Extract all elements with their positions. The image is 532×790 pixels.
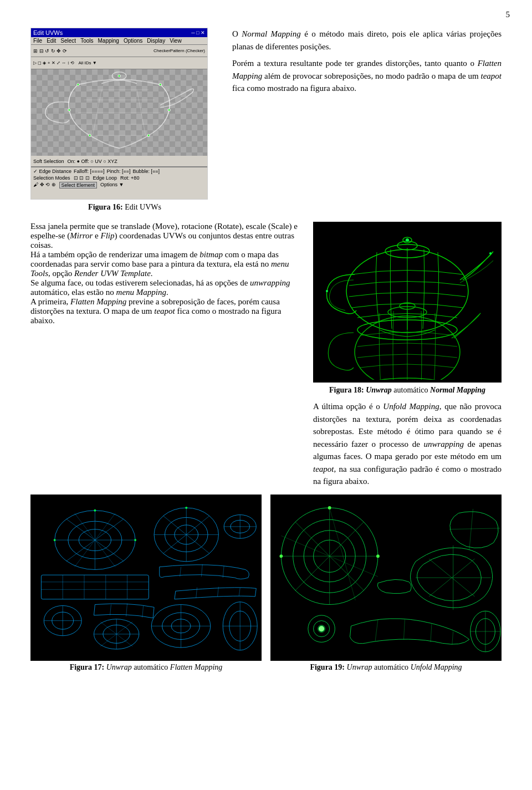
rot-label: Rot: +80 [120, 175, 139, 181]
falloff-label: Falloff: [====] [74, 169, 104, 174]
figure17-svg [30, 495, 262, 661]
para3: Essa janela permite que se translade (Mo… [30, 222, 302, 250]
figure17-caption-italic2: Flatten Mapping [170, 663, 223, 671]
figure18-caption-italic: Unwrap [366, 386, 392, 394]
pinch-label: Pinch: [==] [106, 169, 130, 174]
figure19: Figura 19: Unwrap automático Unfold Mapp… [270, 495, 502, 672]
menu-mapping[interactable]: Mapping [98, 38, 119, 44]
svg-point-28 [489, 252, 492, 254]
figure18-caption-text: automático [393, 386, 430, 394]
para7: A última opção é o Unfold Mapping, que n… [313, 400, 502, 488]
select-element-btn[interactable]: Select Element [59, 182, 98, 188]
para1: O Normal Mapping é o método mais direto,… [232, 28, 502, 53]
uvws-window-controls: ─ □ ✕ [191, 30, 205, 35]
bottom-toolbar: ✓ Edge Distance Falloff: [====] Pinch: [… [33, 169, 205, 174]
para6: A primeira, Flatten Mapping previne a so… [30, 297, 302, 325]
paint-icon: 🖌 ✥ ⟲ ⊕ [33, 182, 56, 188]
para4: Há a também opção de renderizar uma imag… [30, 250, 302, 278]
svg-point-85 [94, 509, 96, 511]
figure17-caption-bold: Figura 17: [70, 663, 105, 671]
svg-point-11 [118, 75, 120, 77]
svg-line-110 [452, 631, 453, 644]
figure18-caption-italic2: Normal Mapping [430, 386, 485, 394]
top-section: Edit UVWs ─ □ ✕ File Edit Select Tools M… [30, 28, 502, 212]
svg-line-97 [330, 507, 356, 600]
menu-edit[interactable]: Edit [47, 38, 56, 44]
mid-two-col: Essa janela permite que se translade (Mo… [30, 222, 502, 488]
figure19-caption-italic: Unwrap [347, 663, 372, 671]
edge-loop-label: Edge Loop [93, 175, 117, 181]
selection-modes-bar: Selection Modes ⊡ ⊡ ⊡ Edge Loop Rot: +80 [33, 175, 205, 181]
mid-left-text: Essa janela permite que se translade (Mo… [30, 222, 302, 488]
menu-tools[interactable]: Tools [80, 38, 93, 44]
edge-dist-label: ✓ Edge Distance [33, 169, 71, 174]
menu-select[interactable]: Select [60, 38, 76, 44]
figure17-caption-italic: Unwrap [106, 663, 132, 671]
svg-point-119 [376, 554, 380, 558]
teapot-wireframe-svg [319, 225, 496, 380]
svg-point-15 [147, 134, 150, 136]
svg-point-29 [326, 290, 328, 292]
figure19-caption: Figura 19: Unwrap automático Unfold Mapp… [270, 663, 502, 672]
toolbar-icons: ⊞ ⊟ ↺ ↻ ✥ ⟳ [33, 48, 67, 54]
options-label: Options ▼ [100, 182, 124, 188]
svg-line-108 [404, 619, 405, 639]
svg-line-112 [449, 528, 500, 529]
figure17-caption-text: automático [134, 663, 170, 671]
svg-point-88 [185, 506, 187, 508]
svg-rect-50 [41, 575, 149, 599]
figure18-image [313, 222, 502, 383]
svg-line-109 [431, 624, 432, 642]
uvw-wireframe-svg [31, 69, 207, 156]
figure16-caption-text: Edit UVWs [123, 203, 161, 211]
uvws-title-text: Edit UVWs [33, 29, 63, 36]
figure16-col: Edit UVWs ─ □ ✕ File Edit Select Tools M… [30, 28, 219, 212]
sel-modes-label: Selection Modes [33, 175, 70, 181]
uvws-softsel-bar: Soft Selection On: ● Off: ○ UV ○ XYZ [31, 156, 207, 167]
figure16-caption: Figura 16: Edit UVWs [30, 203, 219, 212]
figure17: Figura 17: Unwrap automático Flatten Map… [30, 495, 262, 672]
figure19-svg [270, 495, 502, 661]
figure18-caption: Figura 18: Unwrap automático Normal Mapp… [313, 386, 502, 395]
bubble-label: Bubble: [==] [132, 169, 160, 174]
svg-point-12 [77, 84, 79, 86]
figure19-caption-italic2: Unfold Mapping [411, 663, 462, 671]
sel-mode-controls: ⊡ ⊡ ⊡ [74, 175, 90, 181]
menu-display[interactable]: Display [147, 38, 165, 44]
para5: Se alguma face, ou todas estiverem selec… [30, 278, 302, 297]
softsel-controls: On: ● Off: ○ UV ○ XYZ [68, 159, 117, 164]
page-content: 5 Edit UVWs ─ □ ✕ File Edit Select Tool [0, 0, 532, 694]
svg-point-27 [406, 238, 409, 242]
svg-line-107 [375, 619, 378, 641]
uvws-toolbar2: ▷ ◻ ◈ + ✕ ⤢ ↔ ↕ ⟲ All IDs ▼ [31, 57, 207, 69]
svg-point-87 [134, 539, 136, 541]
figure16-window: Edit UVWs ─ □ ✕ File Edit Select Tools M… [30, 28, 208, 200]
svg-line-66 [142, 605, 144, 617]
svg-line-64 [110, 604, 111, 615]
uvws-bottom-panel: ✓ Edge Distance Falloff: [====] Pinch: [… [31, 167, 207, 200]
checker-label: CheckerPattern (Checker) [154, 48, 205, 53]
select-element-bar: 🖌 ✥ ⟲ ⊕ Select Element Options ▼ [33, 182, 205, 188]
figure19-caption-text: automático [374, 663, 411, 671]
figure17-image [30, 495, 262, 661]
figure18-col: Figura 18: Unwrap automático Normal Mapp… [313, 222, 502, 488]
menu-options[interactable]: Options [124, 38, 142, 44]
toolbar2-icons: ▷ ◻ ◈ + ✕ ⤢ ↔ ↕ ⟲ [33, 60, 74, 65]
uvws-menubar[interactable]: File Edit Select Tools Mapping Options D… [31, 37, 207, 45]
figure19-caption-bold: Figura 19: [310, 663, 345, 671]
svg-line-111 [469, 508, 473, 549]
para2: Porém a textura resultante pode ter gran… [232, 57, 502, 95]
menu-view[interactable]: View [170, 38, 182, 44]
page-number: 5 [506, 10, 510, 19]
menu-file[interactable]: File [33, 38, 42, 44]
right-text-col: O Normal Mapping é o método mais direto,… [232, 28, 502, 212]
svg-point-14 [168, 109, 170, 111]
all-ids-label: All IDs ▼ [78, 60, 96, 65]
svg-point-86 [54, 539, 56, 541]
svg-line-65 [126, 603, 127, 616]
figure19-image [270, 495, 502, 661]
svg-point-17 [68, 109, 70, 111]
svg-point-117 [328, 506, 331, 509]
svg-line-67 [196, 587, 197, 598]
right-para7: A última opção é o Unfold Mapping, que n… [313, 400, 502, 488]
